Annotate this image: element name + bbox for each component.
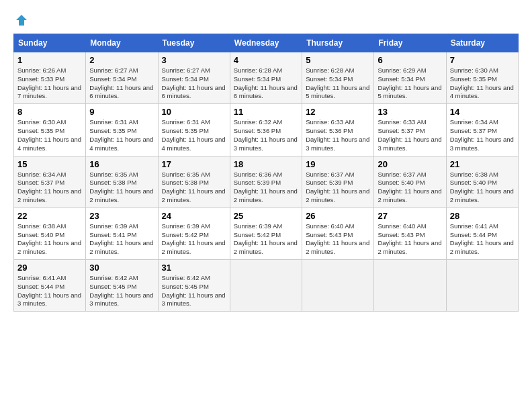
- calendar-cell: 4 Sunrise: 6:28 AM Sunset: 5:34 PM Dayli…: [230, 52, 302, 104]
- calendar-cell: [446, 260, 518, 312]
- day-info: Sunrise: 6:34 AM Sunset: 5:37 PM Dayligh…: [450, 118, 515, 152]
- day-info: Sunrise: 6:41 AM Sunset: 5:44 PM Dayligh…: [450, 222, 515, 257]
- logo-icon: [15, 13, 28, 27]
- calendar-cell: 29 Sunrise: 6:41 AM Sunset: 5:44 PM Dayl…: [14, 260, 86, 312]
- day-info: Sunrise: 6:38 AM Sunset: 5:40 PM Dayligh…: [450, 171, 515, 205]
- calendar-cell: 16 Sunrise: 6:35 AM Sunset: 5:38 PM Dayl…: [86, 156, 158, 208]
- calendar-table: SundayMondayTuesdayWednesdayThursdayFrid…: [13, 34, 519, 312]
- calendar-cell: 18 Sunrise: 6:36 AM Sunset: 5:39 PM Dayl…: [230, 156, 302, 208]
- day-info: Sunrise: 6:34 AM Sunset: 5:37 PM Dayligh…: [17, 171, 82, 205]
- calendar-week-row: 29 Sunrise: 6:41 AM Sunset: 5:44 PM Dayl…: [14, 260, 519, 312]
- calendar-cell: 12 Sunrise: 6:33 AM Sunset: 5:36 PM Dayl…: [302, 104, 374, 156]
- day-info: Sunrise: 6:30 AM Sunset: 5:35 PM Dayligh…: [17, 118, 82, 152]
- day-info: Sunrise: 6:40 AM Sunset: 5:43 PM Dayligh…: [306, 222, 370, 257]
- calendar-cell: 6 Sunrise: 6:29 AM Sunset: 5:34 PM Dayli…: [374, 52, 446, 104]
- calendar-cell: 13 Sunrise: 6:33 AM Sunset: 5:37 PM Dayl…: [374, 104, 446, 156]
- day-info: Sunrise: 6:39 AM Sunset: 5:41 PM Dayligh…: [89, 222, 154, 257]
- day-info: Sunrise: 6:35 AM Sunset: 5:38 PM Dayligh…: [89, 171, 154, 205]
- calendar-cell: 5 Sunrise: 6:28 AM Sunset: 5:34 PM Dayli…: [302, 52, 374, 104]
- logo: [13, 13, 28, 27]
- calendar-cell: 31 Sunrise: 6:42 AM Sunset: 5:45 PM Dayl…: [158, 260, 230, 312]
- day-number: 20: [378, 159, 442, 169]
- day-number: 13: [378, 107, 442, 117]
- calendar-cell: 8 Sunrise: 6:30 AM Sunset: 5:35 PM Dayli…: [14, 104, 86, 156]
- calendar-cell: 7 Sunrise: 6:30 AM Sunset: 5:35 PM Dayli…: [446, 52, 518, 104]
- day-number: 3: [162, 55, 226, 65]
- calendar-cell: 25 Sunrise: 6:39 AM Sunset: 5:42 PM Dayl…: [230, 208, 302, 259]
- day-number: 1: [17, 55, 82, 65]
- day-number: 29: [17, 263, 82, 273]
- day-info: Sunrise: 6:33 AM Sunset: 5:36 PM Dayligh…: [306, 118, 370, 152]
- day-number: 7: [450, 55, 515, 65]
- day-number: 15: [17, 159, 82, 169]
- calendar-cell: [230, 260, 302, 312]
- day-number: 4: [234, 55, 298, 65]
- calendar-cell: 20 Sunrise: 6:37 AM Sunset: 5:40 PM Dayl…: [374, 156, 446, 208]
- day-header-saturday: Saturday: [446, 34, 518, 52]
- day-number: 21: [450, 159, 515, 169]
- day-info: Sunrise: 6:29 AM Sunset: 5:34 PM Dayligh…: [378, 66, 442, 101]
- day-number: 24: [162, 211, 226, 221]
- page-header: [13, 13, 519, 27]
- day-info: Sunrise: 6:26 AM Sunset: 5:33 PM Dayligh…: [17, 66, 82, 101]
- day-info: Sunrise: 6:31 AM Sunset: 5:35 PM Dayligh…: [162, 118, 226, 152]
- calendar-cell: 22 Sunrise: 6:38 AM Sunset: 5:40 PM Dayl…: [14, 208, 86, 259]
- calendar-cell: 21 Sunrise: 6:38 AM Sunset: 5:40 PM Dayl…: [446, 156, 518, 208]
- day-number: 10: [162, 107, 226, 117]
- day-number: 11: [234, 107, 298, 117]
- day-info: Sunrise: 6:28 AM Sunset: 5:34 PM Dayligh…: [306, 66, 370, 101]
- calendar-cell: 10 Sunrise: 6:31 AM Sunset: 5:35 PM Dayl…: [158, 104, 230, 156]
- day-info: Sunrise: 6:27 AM Sunset: 5:34 PM Dayligh…: [89, 66, 154, 101]
- calendar-cell: 27 Sunrise: 6:40 AM Sunset: 5:43 PM Dayl…: [374, 208, 446, 259]
- day-number: 30: [89, 263, 154, 273]
- day-header-monday: Monday: [86, 34, 158, 52]
- calendar-header-row: SundayMondayTuesdayWednesdayThursdayFrid…: [14, 34, 519, 52]
- day-header-sunday: Sunday: [14, 34, 86, 52]
- calendar-cell: 28 Sunrise: 6:41 AM Sunset: 5:44 PM Dayl…: [446, 208, 518, 259]
- svg-marker-0: [16, 15, 27, 26]
- calendar-week-row: 1 Sunrise: 6:26 AM Sunset: 5:33 PM Dayli…: [14, 52, 519, 104]
- day-info: Sunrise: 6:38 AM Sunset: 5:40 PM Dayligh…: [17, 222, 82, 257]
- calendar-cell: 2 Sunrise: 6:27 AM Sunset: 5:34 PM Dayli…: [86, 52, 158, 104]
- day-number: 19: [306, 159, 370, 169]
- calendar-cell: [374, 260, 446, 312]
- day-number: 22: [17, 211, 82, 221]
- day-info: Sunrise: 6:39 AM Sunset: 5:42 PM Dayligh…: [162, 222, 226, 257]
- day-number: 5: [306, 55, 370, 65]
- day-info: Sunrise: 6:39 AM Sunset: 5:42 PM Dayligh…: [234, 222, 298, 257]
- calendar-cell: 17 Sunrise: 6:35 AM Sunset: 5:38 PM Dayl…: [158, 156, 230, 208]
- day-number: 14: [450, 107, 515, 117]
- day-number: 2: [89, 55, 154, 65]
- day-number: 26: [306, 211, 370, 221]
- day-number: 17: [162, 159, 226, 169]
- calendar-cell: 3 Sunrise: 6:27 AM Sunset: 5:34 PM Dayli…: [158, 52, 230, 104]
- day-number: 16: [89, 159, 154, 169]
- day-info: Sunrise: 6:27 AM Sunset: 5:34 PM Dayligh…: [162, 66, 226, 101]
- calendar-week-row: 22 Sunrise: 6:38 AM Sunset: 5:40 PM Dayl…: [14, 208, 519, 259]
- day-number: 8: [17, 107, 82, 117]
- day-number: 27: [378, 211, 442, 221]
- calendar-cell: 9 Sunrise: 6:31 AM Sunset: 5:35 PM Dayli…: [86, 104, 158, 156]
- calendar-cell: 24 Sunrise: 6:39 AM Sunset: 5:42 PM Dayl…: [158, 208, 230, 259]
- day-number: 31: [162, 263, 226, 273]
- day-info: Sunrise: 6:36 AM Sunset: 5:39 PM Dayligh…: [234, 171, 298, 205]
- day-header-tuesday: Tuesday: [158, 34, 230, 52]
- calendar-cell: 26 Sunrise: 6:40 AM Sunset: 5:43 PM Dayl…: [302, 208, 374, 259]
- calendar-cell: 19 Sunrise: 6:37 AM Sunset: 5:39 PM Dayl…: [302, 156, 374, 208]
- calendar-cell: [302, 260, 374, 312]
- day-info: Sunrise: 6:33 AM Sunset: 5:37 PM Dayligh…: [378, 118, 442, 152]
- day-info: Sunrise: 6:30 AM Sunset: 5:35 PM Dayligh…: [450, 66, 515, 101]
- day-number: 6: [378, 55, 442, 65]
- day-info: Sunrise: 6:41 AM Sunset: 5:44 PM Dayligh…: [17, 274, 82, 308]
- day-info: Sunrise: 6:42 AM Sunset: 5:45 PM Dayligh…: [162, 274, 226, 308]
- calendar-cell: 30 Sunrise: 6:42 AM Sunset: 5:45 PM Dayl…: [86, 260, 158, 312]
- day-info: Sunrise: 6:42 AM Sunset: 5:45 PM Dayligh…: [89, 274, 154, 308]
- calendar-week-row: 8 Sunrise: 6:30 AM Sunset: 5:35 PM Dayli…: [14, 104, 519, 156]
- day-info: Sunrise: 6:31 AM Sunset: 5:35 PM Dayligh…: [89, 118, 154, 152]
- calendar-cell: 14 Sunrise: 6:34 AM Sunset: 5:37 PM Dayl…: [446, 104, 518, 156]
- day-number: 28: [450, 211, 515, 221]
- day-number: 12: [306, 107, 370, 117]
- calendar-cell: 1 Sunrise: 6:26 AM Sunset: 5:33 PM Dayli…: [14, 52, 86, 104]
- day-info: Sunrise: 6:35 AM Sunset: 5:38 PM Dayligh…: [162, 171, 226, 205]
- day-number: 9: [89, 107, 154, 117]
